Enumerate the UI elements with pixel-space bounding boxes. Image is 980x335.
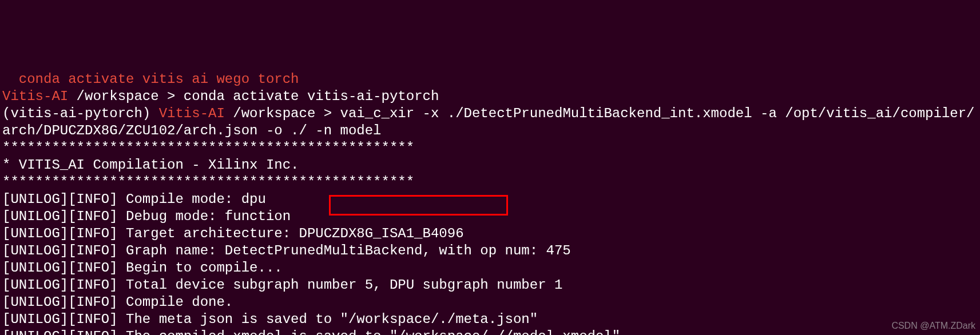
log-line: [UNILOG][INFO] The compiled xmodel is sa… [2,329,620,335]
divider-stars: ****************************************… [2,174,414,190]
log-line: [UNILOG][INFO] Target architecture: DPUC… [2,226,464,241]
prompt-path: /workspace > [225,106,340,121]
highlighted-text: DPU subgraph number 1 [382,277,563,293]
log-line: [UNILOG][INFO] Debug mode: function [2,209,291,224]
log-line: [UNILOG][INFO] Graph name: DetectPrunedM… [2,243,571,258]
env-prefix: (vitis-ai-pytorch) [2,106,159,121]
prompt-path: /workspace > [68,89,184,104]
header-text: * VITIS_AI Compilation - Xilinx Inc. [2,157,299,173]
partial-line: conda activate vitis ai wego torch [2,71,299,87]
log-line: [UNILOG][INFO] The meta json is saved to… [2,312,538,327]
watermark-csdn: CSDN @ATM.ZDark [891,320,975,332]
prompt-host: Vitis-AI [159,106,225,121]
prompt-host: Vitis-AI [2,89,68,104]
log-line: [UNILOG][INFO] Begin to compile... [2,260,283,276]
log-line: [UNILOG][INFO] Compile done. [2,294,233,310]
log-line: [UNILOG][INFO] Total device subgraph num… [2,277,382,293]
command-text: conda activate vitis-ai-pytorch [184,89,439,104]
log-line: [UNILOG][INFO] Compile mode: dpu [2,192,266,207]
divider-stars: ****************************************… [2,140,414,155]
terminal-output[interactable]: conda activate vitis ai wego torch Vitis… [2,71,978,335]
